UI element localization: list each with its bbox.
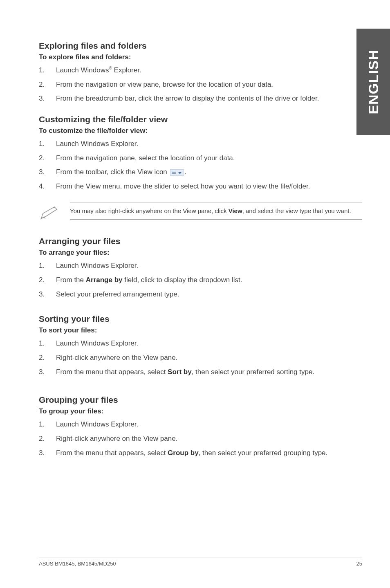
item-text: Select your preferred arrangement type.	[56, 290, 362, 300]
section-customizing: Customizing the file/folder view To cust…	[39, 114, 362, 192]
list-item: 3. From the breadcrumb bar, click the ar…	[39, 94, 362, 104]
list-item: 3. From the menu that appears, select Gr…	[39, 448, 362, 458]
item-number: 3.	[39, 448, 56, 458]
item-text: Right-click anywhere on the View pane.	[56, 353, 362, 363]
item-number: 3.	[39, 167, 56, 177]
list-sorting: 1. Launch Windows Explorer. 2. Right-cli…	[39, 339, 362, 377]
list-item: 3. From the menu that appears, select So…	[39, 367, 362, 377]
subheading-grouping: To group your files:	[39, 407, 362, 415]
list-item: 1. Launch Windows Explorer.	[39, 261, 362, 271]
item-number: 2.	[39, 80, 56, 90]
list-customizing: 1. Launch Windows Explorer. 2. From the …	[39, 139, 362, 192]
item-text: Launch Windows Explorer.	[56, 261, 362, 271]
item-text: From the menu that appears, select Group…	[56, 448, 362, 458]
item-text: From the toolbar, click the View icon .	[56, 167, 362, 177]
list-grouping: 1. Launch Windows Explorer. 2. Right-cli…	[39, 420, 362, 458]
item-text: Launch Windows Explorer.	[56, 420, 362, 430]
item-text: Right-click anywhere on the View pane.	[56, 434, 362, 444]
item-text: From the menu that appears, select Sort …	[56, 367, 362, 377]
list-item: 2. Right-click anywhere on the View pane…	[39, 434, 362, 444]
heading-sorting: Sorting your files	[39, 314, 362, 324]
subheading-exploring: To explore files and folders:	[39, 53, 362, 61]
list-item: 2. From the Arrange by field, click to d…	[39, 275, 362, 285]
item-text: From the View menu, move the slider to s…	[56, 182, 362, 192]
section-grouping: Grouping your files To group your files:…	[39, 395, 362, 458]
list-item: 2. Right-click anywhere on the View pane…	[39, 353, 362, 363]
item-number: 3.	[39, 290, 56, 300]
section-sorting: Sorting your files To sort your files: 1…	[39, 314, 362, 377]
item-number: 1.	[39, 139, 56, 149]
subheading-sorting: To sort your files:	[39, 326, 362, 334]
list-item: 3. From the toolbar, click the View icon…	[39, 167, 362, 177]
heading-arranging: Arranging your files	[39, 236, 362, 246]
item-text: Launch Windows® Explorer.	[56, 65, 362, 76]
heading-grouping: Grouping your files	[39, 395, 362, 405]
page-content: Exploring files and folders To explore f…	[0, 0, 390, 458]
list-exploring: 1. Launch Windows® Explorer. 2. From the…	[39, 65, 362, 104]
item-number: 4.	[39, 182, 56, 192]
section-exploring: Exploring files and folders To explore f…	[39, 41, 362, 104]
list-item: 2. From the navigation or view pane, bro…	[39, 80, 362, 90]
item-text: Launch Windows Explorer.	[56, 339, 362, 349]
list-item: 3. Select your preferred arrangement typ…	[39, 290, 362, 300]
subheading-customizing: To customize the file/folder view:	[39, 127, 362, 135]
section-arranging: Arranging your files To arrange your fil…	[39, 236, 362, 299]
list-arranging: 1. Launch Windows Explorer. 2. From the …	[39, 261, 362, 299]
item-number: 1.	[39, 65, 56, 76]
side-language-tab: ENGLISH	[356, 29, 390, 135]
list-item: 2. From the navigation pane, select the …	[39, 153, 362, 164]
item-number: 2.	[39, 434, 56, 444]
list-item: 4. From the View menu, move the slider t…	[39, 182, 362, 192]
view-dropdown-icon	[170, 169, 184, 176]
item-number: 1.	[39, 261, 56, 271]
item-text: Launch Windows Explorer.	[56, 139, 362, 149]
item-number: 2.	[39, 275, 56, 285]
list-item: 1. Launch Windows Explorer.	[39, 420, 362, 430]
footer-product: ASUS BM1845, BM1645/MD250	[39, 561, 116, 567]
list-item: 1. Launch Windows® Explorer.	[39, 65, 362, 76]
pencil-icon	[39, 202, 59, 222]
item-text: From the Arrange by field, click to disp…	[56, 275, 362, 285]
heading-customizing: Customizing the file/folder view	[39, 114, 362, 124]
item-number: 1.	[39, 339, 56, 349]
side-language-label: ENGLISH	[365, 49, 381, 114]
item-text: From the navigation or view pane, browse…	[56, 80, 362, 90]
item-number: 3.	[39, 367, 56, 377]
subheading-arranging: To arrange your files:	[39, 249, 362, 257]
note-text: You may also right-click anywhere on the…	[70, 202, 362, 220]
item-number: 2.	[39, 353, 56, 363]
item-number: 3.	[39, 94, 56, 104]
item-number: 2.	[39, 153, 56, 164]
list-item: 1. Launch Windows Explorer.	[39, 139, 362, 149]
item-number: 1.	[39, 420, 56, 430]
note-callout: You may also right-click anywhere on the…	[39, 202, 362, 222]
item-text: From the breadcrumb bar, click the arrow…	[56, 94, 362, 104]
item-text: From the navigation pane, select the loc…	[56, 153, 362, 164]
heading-exploring: Exploring files and folders	[39, 41, 362, 51]
list-item: 1. Launch Windows Explorer.	[39, 339, 362, 349]
page-footer: ASUS BM1845, BM1645/MD250 25	[39, 557, 362, 567]
footer-page-number: 25	[356, 561, 362, 567]
